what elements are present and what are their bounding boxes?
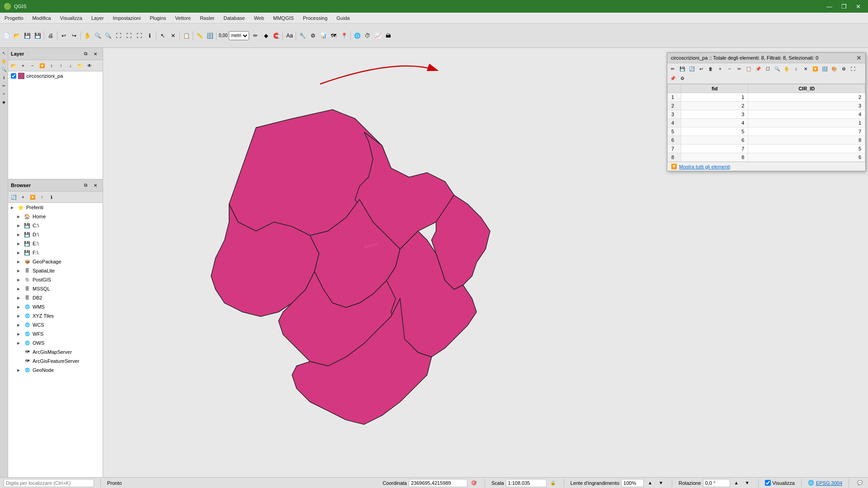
sidebar-tool-6[interactable]: + xyxy=(0,90,8,98)
at-organize[interactable]: ⚙ xyxy=(839,64,848,73)
browser-item-xyz[interactable]: ▶ 🌐 XYZ Tiles xyxy=(8,311,103,320)
coord-crs-btn[interactable]: 🎯 xyxy=(469,479,478,488)
col-cirid[interactable]: CIR_ID xyxy=(748,84,865,93)
browser-item-geopackage[interactable]: ▶ 📦 GeoPackage xyxy=(8,257,103,266)
layer-checkbox-circoscrizioni[interactable] xyxy=(11,73,16,79)
sidebar-tool-1[interactable]: ↖ xyxy=(0,50,8,57)
tb-temporal[interactable]: ⏱ xyxy=(363,31,373,41)
menu-raster[interactable]: Raster xyxy=(195,14,219,22)
at-deselect[interactable]: ✕ xyxy=(801,64,810,73)
rotation-down[interactable]: ▼ xyxy=(743,479,752,488)
at-delete[interactable]: 🗑 xyxy=(706,64,715,73)
tb-3d[interactable]: 🏔 xyxy=(383,31,393,41)
browser-item-wms[interactable]: ▶ 🌐 WMS xyxy=(8,302,103,311)
at-cut[interactable]: ✂ xyxy=(735,64,744,73)
menu-processing[interactable]: Processing xyxy=(298,14,332,22)
tb-plugin2[interactable]: ⚙ xyxy=(308,31,318,41)
scale-lock-btn[interactable]: 🔒 xyxy=(548,479,557,488)
at-expand[interactable]: ⛶ xyxy=(849,64,858,73)
browser-item-d[interactable]: ▶ 💾 D:\ xyxy=(8,230,103,239)
at-dock[interactable]: 📌 xyxy=(668,74,677,83)
browser-item-e[interactable]: ▶ 💾 E:\ xyxy=(8,239,103,248)
layer-visibility[interactable]: 👁 xyxy=(85,61,94,70)
tb-open-attr[interactable]: 📋 xyxy=(181,31,191,41)
browser-item-c[interactable]: ▶ 💾 C:\ xyxy=(8,221,103,230)
tb-deselect[interactable]: ✕ xyxy=(168,31,178,41)
tb-zoom-full[interactable]: ⛶ xyxy=(113,31,123,41)
tb-zoom-sel[interactable]: ⛶ xyxy=(134,31,144,41)
layer-remove[interactable]: − xyxy=(28,61,37,70)
zoom-down[interactable]: ▼ xyxy=(656,479,665,488)
at-pan-selected[interactable]: ✋ xyxy=(782,64,791,73)
browser-item-db2[interactable]: ▶ 🗄 DB2 xyxy=(8,293,103,302)
layer-filter[interactable]: 🔽 xyxy=(38,61,47,70)
tb-select[interactable]: ↖ xyxy=(158,31,168,41)
scale-input[interactable] xyxy=(506,479,547,487)
tb-zoom-in[interactable]: 🔍 xyxy=(93,31,103,41)
zoom-up[interactable]: ▲ xyxy=(646,479,655,488)
rotation-up[interactable]: ▲ xyxy=(732,479,741,488)
browser-item-wfs[interactable]: ▶ 🌐 WFS xyxy=(8,329,103,338)
tb-digitize[interactable]: ✏ xyxy=(250,31,260,41)
layer-move-up[interactable]: ↑ xyxy=(57,61,66,70)
sidebar-tool-3[interactable]: 🔍 xyxy=(0,66,8,73)
browser-panel-close[interactable]: ✕ xyxy=(91,181,100,190)
browser-item-postgis[interactable]: ▶ 🐘 PostGIS xyxy=(8,275,103,284)
tb-calculator[interactable]: 🔢 xyxy=(205,31,215,41)
browser-refresh[interactable]: 🔄 xyxy=(9,192,18,202)
menu-mmqgis[interactable]: MMQGIS xyxy=(269,14,298,22)
minimize-button[interactable]: — xyxy=(823,2,836,11)
menu-layer[interactable]: Layer xyxy=(87,14,108,22)
coord-input[interactable] xyxy=(409,479,467,487)
browser-info[interactable]: ℹ xyxy=(47,192,56,202)
at-select-all[interactable]: ☐ xyxy=(763,64,772,73)
layer-panel-float[interactable]: ⧉ xyxy=(81,49,90,58)
browser-item-preferiti[interactable]: ▶ ⭐ Preferiti xyxy=(8,203,103,212)
browser-item-geonode[interactable]: ▶ 🌐 GeoNode xyxy=(8,366,103,375)
tb-zoom-layer[interactable]: ⛶ xyxy=(124,31,134,41)
browser-item-arcgismap[interactable]: 🗺 ArcGisMapServer xyxy=(8,347,103,357)
at-filter[interactable]: 🔽 xyxy=(811,64,820,73)
tb-save-as[interactable]: 💾 xyxy=(33,31,42,41)
browser-item-wcs[interactable]: ▶ 🌐 WCS xyxy=(8,320,103,329)
layer-group[interactable]: 📁 xyxy=(75,61,85,70)
at-paste[interactable]: 📌 xyxy=(754,64,763,73)
at-reload[interactable]: 🔄 xyxy=(687,64,696,73)
layer-panel-close[interactable]: ✕ xyxy=(91,49,100,58)
tb-new[interactable]: 📄 xyxy=(1,31,11,41)
maximize-button[interactable]: ❐ xyxy=(838,2,850,11)
layer-move-down[interactable]: ↓ xyxy=(66,61,75,70)
menu-web[interactable]: Web xyxy=(250,14,269,22)
tb-elevation[interactable]: 📈 xyxy=(373,31,383,41)
tb-measure[interactable]: 📏 xyxy=(194,31,204,41)
message-log-btn[interactable]: 💬 xyxy=(855,479,864,488)
tb-undo[interactable]: ↩ xyxy=(59,31,69,41)
tb-label[interactable]: Aa xyxy=(284,31,294,41)
at-invert-sel[interactable]: ↕ xyxy=(792,64,801,73)
menu-plugins[interactable]: Plugins xyxy=(145,14,170,22)
tb-plugin3[interactable]: 📊 xyxy=(318,31,328,41)
sidebar-tool-7[interactable]: ◆ xyxy=(0,99,8,106)
menu-progetto[interactable]: Progetto xyxy=(0,14,28,22)
col-fid[interactable]: fid xyxy=(681,84,748,93)
browser-filter[interactable]: 🔽 xyxy=(28,192,37,202)
browser-panel-float[interactable]: ⧉ xyxy=(81,181,90,190)
tb-open[interactable]: 📂 xyxy=(12,31,22,41)
menu-visualizza[interactable]: Visualizza xyxy=(56,14,87,22)
tb-plugin4[interactable]: 🗺 xyxy=(329,31,339,41)
at-delete-row[interactable]: − xyxy=(725,64,734,73)
tb-snap[interactable]: 🧲 xyxy=(271,31,281,41)
browser-item-mssql[interactable]: ▶ 🗄 MSSQL xyxy=(8,284,103,293)
menu-impostazioni[interactable]: Impostazioni xyxy=(108,14,145,22)
at-zoom-selected[interactable]: 🔍 xyxy=(773,64,782,73)
menu-database[interactable]: Database xyxy=(219,14,250,22)
browser-collapse[interactable]: ↑ xyxy=(38,192,47,202)
at-settings[interactable]: ⚙ xyxy=(678,74,687,83)
tb-redo[interactable]: ↪ xyxy=(69,31,79,41)
sidebar-tool-4[interactable]: ℹ xyxy=(0,74,8,81)
layer-add[interactable]: + xyxy=(19,61,28,70)
browser-item-home[interactable]: ▶ 🏠 Home xyxy=(8,212,103,221)
browser-item-arcgisfeature[interactable]: 🗺 ArcGisFeatureServer xyxy=(8,357,103,366)
tb-plugin5[interactable]: 📍 xyxy=(339,31,349,41)
tb-pan[interactable]: ✋ xyxy=(82,31,92,41)
